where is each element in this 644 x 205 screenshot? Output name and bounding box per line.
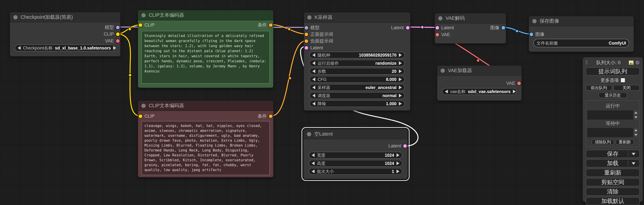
latent-port-icon[interactable] (436, 26, 439, 30)
scroll-up-icon[interactable] (634, 110, 638, 115)
node-title-bar[interactable]: 空Latent (304, 129, 408, 139)
decrement-arrow-icon[interactable] (312, 162, 314, 165)
vae-port-icon[interactable] (517, 82, 521, 85)
decrement-arrow-icon[interactable] (312, 86, 315, 89)
queue-panel[interactable]: 队列大小: 0 ⚙ 提示词队列 更多选项 前台队列 关闭 显示历史 运行中 (582, 57, 643, 202)
increment-arrow-icon[interactable] (396, 170, 399, 173)
decrement-arrow-icon[interactable] (312, 102, 315, 106)
width-widget[interactable]: 宽度 1024 (309, 152, 402, 158)
output-model[interactable]: 模型 (105, 25, 120, 30)
input-vae[interactable]: VAE (436, 32, 450, 37)
gear-icon[interactable]: ⚙ (635, 60, 640, 65)
increment-arrow-icon[interactable] (113, 46, 116, 50)
node-title-bar[interactable]: VAE加载器 (437, 66, 522, 76)
input-clip[interactable]: CLIP (139, 22, 154, 28)
front-queue-button[interactable]: 前台队列 (586, 85, 612, 91)
node-title-bar[interactable]: CLIP文本编码器 (138, 101, 273, 111)
gallery-icon[interactable] (629, 60, 634, 65)
increment-arrow-icon[interactable] (399, 102, 402, 106)
scroll-up-icon[interactable] (634, 128, 638, 132)
node-title-bar[interactable]: CLIP文本编码器 (138, 10, 273, 20)
node-vae-loader[interactable]: VAE加载器 VAE vae名称 sdxl_vae.safetensors (437, 66, 522, 101)
decrement-arrow-icon[interactable] (312, 78, 315, 81)
conditioning-port-icon[interactable] (304, 32, 308, 36)
vae-name-widget[interactable]: vae名称 sdxl_vae.safetensors (442, 88, 517, 95)
latent-port-icon[interactable] (304, 46, 308, 50)
drag-handle-icon[interactable] (586, 60, 588, 65)
batch-size-widget[interactable]: 批次大小 1 (309, 168, 402, 175)
vae-port-icon[interactable] (116, 39, 120, 43)
node-title-bar[interactable]: Checkpoint加载器(简易) (10, 12, 120, 22)
increment-arrow-icon[interactable] (399, 86, 402, 89)
input-image[interactable]: 图像 (530, 32, 544, 37)
input-positive[interactable]: 正面提示词 (304, 32, 333, 37)
node-title-bar[interactable]: VAE解码 (435, 13, 506, 24)
decrement-arrow-icon[interactable] (312, 61, 315, 65)
model-port-icon[interactable] (116, 26, 120, 29)
scroll-down-icon[interactable] (634, 133, 638, 137)
conditioning-port-icon[interactable] (269, 114, 272, 118)
cfg-widget[interactable]: CFG 8.000 (309, 76, 405, 83)
clip-port-icon[interactable] (139, 23, 142, 27)
latent-port-icon[interactable] (403, 144, 407, 148)
node-title-bar[interactable]: K采样器 (304, 12, 410, 23)
decrement-arrow-icon[interactable] (445, 90, 448, 94)
output-vae[interactable]: VAE (105, 38, 120, 44)
collapse-dot-icon[interactable] (13, 15, 18, 20)
increment-arrow-icon[interactable] (399, 61, 402, 65)
node-save-image[interactable]: 保存图像 图像 文件名前缀 ComfyUI (529, 16, 634, 52)
output-image[interactable]: 图像 (490, 25, 505, 30)
prompt-queue-button[interactable]: 提示词队列 (586, 68, 640, 76)
refresh-queue-button[interactable]: 重刷新 (616, 139, 634, 145)
collapse-dot-icon[interactable] (440, 68, 445, 73)
ckpt-name-widget[interactable]: Checkpoint名称 sd_xl_base_1.0.safetensors (15, 44, 116, 51)
save-dropdown-icon[interactable] (632, 153, 636, 155)
node-vae-decode[interactable]: VAE解码 Latent VAE 图像 (435, 13, 506, 44)
node-checkpoint-loader[interactable]: Checkpoint加载器(简易) 模型 CLIP VAE Checkpoint… (10, 12, 120, 56)
input-latent[interactable]: Latent (304, 45, 323, 50)
decrement-arrow-icon[interactable] (312, 53, 315, 57)
show-history-button[interactable]: 显示历史 (598, 92, 627, 98)
height-widget[interactable]: 高度 1024 (309, 160, 402, 167)
node-title-bar[interactable]: 保存图像 (529, 16, 634, 26)
collapse-dot-icon[interactable] (307, 132, 311, 136)
increment-arrow-icon[interactable] (396, 162, 399, 165)
conditioning-port-icon[interactable] (304, 39, 308, 43)
output-clip[interactable]: CLIP (104, 32, 120, 37)
load-dropdown-icon[interactable] (632, 162, 636, 165)
collapse-dot-icon[interactable] (142, 13, 146, 18)
filename-prefix-field[interactable]: 文件名前缀 ComfyUI (534, 39, 629, 47)
increment-arrow-icon[interactable] (399, 78, 402, 81)
seed-widget[interactable]: 随机种 1038560282059170 (309, 52, 405, 58)
node-clip-text-encode-positive[interactable]: CLIP文本编码器 CLIP 条件 Stunningly detailed il… (138, 10, 273, 88)
load-button[interactable]: 加载 (586, 159, 640, 167)
input-latent[interactable]: Latent (436, 25, 454, 30)
clip-port-icon[interactable] (116, 32, 120, 36)
close-button[interactable]: 关闭 (614, 85, 640, 91)
latent-port-icon[interactable] (406, 26, 410, 30)
model-port-icon[interactable] (304, 26, 308, 30)
load-default-button[interactable]: 加载默认 (586, 197, 640, 205)
collapse-dot-icon[interactable] (142, 104, 146, 108)
increment-arrow-icon[interactable] (399, 70, 402, 73)
negative-prompt-textarea[interactable]: cleavage, wings, bokeh, hat, hat, nipple… (142, 121, 270, 175)
refresh-button[interactable]: 重刷新 (586, 169, 640, 177)
input-clip[interactable]: CLIP (139, 114, 154, 119)
image-port-icon[interactable] (502, 26, 505, 30)
positive-prompt-textarea[interactable]: Stunningly detailed illustration of a de… (142, 31, 270, 84)
comfyui-canvas[interactable]: { "colors":{ "model":"#B39DDB", "clip":"… (0, 0, 644, 205)
output-conditioning[interactable]: 条件 (258, 114, 272, 119)
increment-arrow-icon[interactable] (399, 53, 402, 57)
pending-scrollbar[interactable] (634, 128, 638, 137)
output-conditioning[interactable]: 条件 (258, 22, 272, 28)
collapse-dot-icon[interactable] (438, 16, 442, 20)
increment-arrow-icon[interactable] (399, 94, 402, 98)
increment-arrow-icon[interactable] (396, 153, 399, 157)
vae-port-icon[interactable] (436, 33, 439, 36)
clear-queue-button[interactable]: 清除队列 (592, 139, 614, 145)
node-clip-text-encode-negative[interactable]: CLIP文本编码器 CLIP 条件 cleavage, wings, bokeh… (138, 101, 273, 177)
conditioning-port-icon[interactable] (269, 23, 272, 27)
clip-port-icon[interactable] (139, 114, 142, 118)
steps-widget[interactable]: 步数 20 (309, 68, 405, 75)
decrement-arrow-icon[interactable] (18, 46, 20, 50)
